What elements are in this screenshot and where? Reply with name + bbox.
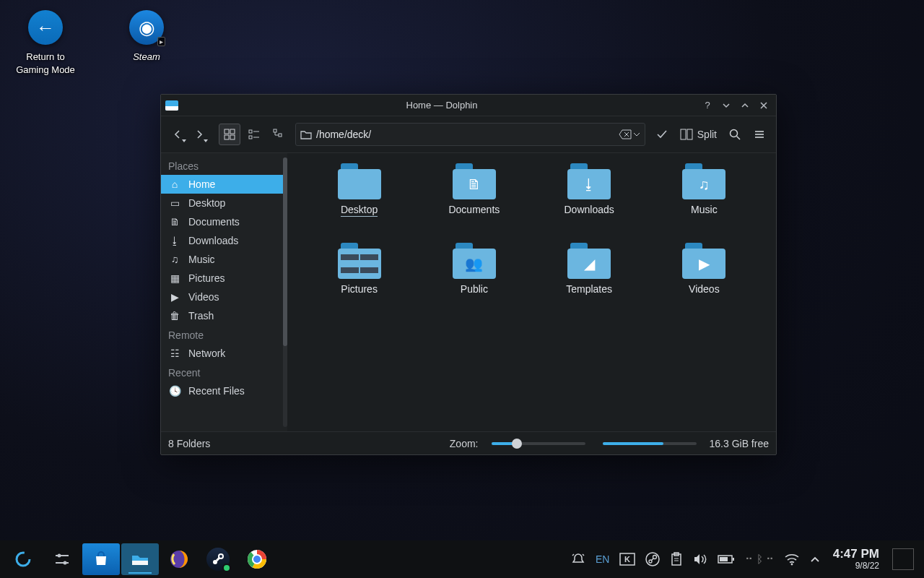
- folder-videos[interactable]: ▶ Videos: [647, 243, 762, 322]
- taskbar-dolphin[interactable]: [121, 543, 159, 575]
- folder-documents[interactable]: 🗎 Documents: [417, 163, 531, 243]
- download-icon: ⭳: [168, 235, 181, 246]
- battery-icon[interactable]: [718, 554, 735, 564]
- svg-rect-3: [230, 135, 235, 139]
- sidebar-item-network[interactable]: ☷Network: [161, 344, 287, 363]
- music-icon: ♫: [168, 254, 181, 265]
- app-icon: [165, 100, 178, 111]
- chrome-icon: [246, 548, 268, 570]
- nav-forward-button[interactable]: [188, 124, 210, 145]
- chevron-up-icon: [741, 101, 749, 110]
- toolbar: Split: [161, 116, 776, 152]
- system-tray: EN K ⠒ ᛒ ⠒: [565, 552, 826, 566]
- folder-icon: [338, 249, 381, 279]
- folder-downloads[interactable]: ⭳ Downloads: [532, 163, 647, 243]
- svg-rect-44: [733, 558, 734, 561]
- desktop-icon-return-gaming[interactable]: ← Return to Gaming Mode: [6, 9, 85, 76]
- view-compact-button[interactable]: [243, 124, 265, 145]
- folder-music[interactable]: ♫ Music: [647, 163, 762, 243]
- sidebar-item-label: Videos: [188, 291, 219, 303]
- titlebar[interactable]: Home — Dolphin ?: [161, 95, 776, 116]
- folder-templates[interactable]: ◢ Templates: [532, 243, 647, 322]
- sidebar-item-label: Desktop: [188, 197, 225, 209]
- folder-label: Pictures: [341, 283, 378, 295]
- sidebar-item-home[interactable]: ⌂Home: [161, 175, 287, 194]
- recent-icon: 🕓: [168, 385, 181, 397]
- minimize-button[interactable]: [718, 98, 734, 113]
- svg-rect-11: [687, 129, 692, 139]
- menu-button[interactable]: [749, 124, 770, 145]
- path-input[interactable]: [316, 129, 614, 140]
- view-icons-button[interactable]: [219, 124, 240, 145]
- svg-line-31: [572, 554, 574, 556]
- address-bar[interactable]: [295, 123, 645, 146]
- folder-pictures[interactable]: Pictures: [302, 243, 417, 322]
- clipboard-icon[interactable]: [670, 552, 683, 566]
- taskbar-firefox[interactable]: [160, 543, 198, 575]
- sidebar-item-downloads[interactable]: ⭳Downloads: [161, 231, 287, 250]
- sliders-icon: [53, 550, 71, 569]
- zoom-slider[interactable]: [492, 442, 585, 445]
- keyboard-layout[interactable]: EN: [596, 553, 609, 565]
- app-launcher[interactable]: [4, 543, 42, 575]
- close-button[interactable]: [756, 98, 772, 113]
- split-view-button[interactable]: Split: [676, 124, 721, 145]
- backspace-icon: [619, 129, 632, 139]
- steam-deck-icon: [14, 550, 32, 569]
- keyboard-icon[interactable]: K: [619, 553, 635, 566]
- svg-rect-2: [225, 135, 229, 139]
- sidebar-item-label: Trash: [188, 310, 214, 322]
- sidebar-item-recent-files[interactable]: 🕓Recent Files: [161, 381, 287, 400]
- sidebar-item-trash[interactable]: 🗑Trash: [161, 306, 287, 325]
- taskbar-steam[interactable]: [199, 543, 237, 575]
- sidebar-item-videos[interactable]: ▶Videos: [161, 288, 287, 306]
- chevron-right-icon: [194, 129, 204, 139]
- taskbar-discover[interactable]: [82, 543, 120, 575]
- item-count: 8 Folders: [168, 438, 210, 449]
- show-desktop-button[interactable]: [892, 548, 914, 570]
- notifications-icon[interactable]: [571, 552, 585, 566]
- sidebar-scrollbar[interactable]: [283, 158, 287, 427]
- svg-rect-10: [681, 129, 686, 139]
- folder-icon: [338, 169, 381, 199]
- sidebar-item-label: Documents: [188, 216, 240, 228]
- sidebar-item-music[interactable]: ♫Music: [161, 250, 287, 269]
- svg-rect-0: [225, 129, 229, 134]
- sidebar-item-label: Downloads: [188, 235, 238, 246]
- view-details-button[interactable]: [268, 124, 289, 145]
- wifi-icon[interactable]: [784, 553, 800, 566]
- desktop-icon-steam[interactable]: ◉ Steam: [107, 9, 186, 76]
- svg-point-37: [649, 560, 652, 563]
- sidebar-item-desktop[interactable]: ▭Desktop: [161, 194, 287, 212]
- sidebar-item-pictures[interactable]: ▦Pictures: [161, 269, 287, 288]
- folder-label: Downloads: [564, 204, 614, 215]
- steam-tray-icon[interactable]: [645, 552, 660, 566]
- hamburger-icon: [754, 129, 765, 140]
- clock-time: 4:47 PM: [833, 547, 879, 561]
- folder-label: Documents: [448, 204, 500, 215]
- help-button[interactable]: ?: [699, 98, 715, 113]
- svg-rect-6: [249, 136, 252, 139]
- volume-icon[interactable]: [693, 553, 707, 566]
- svg-point-46: [790, 564, 793, 566]
- svg-point-12: [731, 130, 738, 137]
- folder-desktop[interactable]: Desktop: [302, 163, 417, 243]
- bluetooth-icon[interactable]: ⠒ ᛒ ⠒: [745, 553, 773, 566]
- maximize-button[interactable]: [737, 98, 753, 113]
- folder-view[interactable]: Desktop 🗎 Documents ⭳ Downloads ♫ Music …: [287, 153, 776, 431]
- sidebar-item-documents[interactable]: 🗎Documents: [161, 212, 287, 231]
- tray-expand-icon[interactable]: [810, 556, 820, 563]
- folder-public[interactable]: 👥 Public: [417, 243, 531, 322]
- taskbar-settings[interactable]: [43, 543, 81, 575]
- clear-path-button[interactable]: [619, 129, 640, 139]
- nav-back-button[interactable]: [167, 124, 188, 145]
- sidebar-item-label: Network: [188, 348, 225, 359]
- compact-icon: [248, 129, 260, 140]
- taskbar: EN K ⠒ ᛒ ⠒ 4:47 PM 9/8/22: [0, 540, 924, 578]
- svg-rect-9: [279, 134, 282, 137]
- chevron-down-icon: [722, 101, 731, 110]
- search-button[interactable]: [724, 124, 746, 145]
- clock[interactable]: 4:47 PM 9/8/22: [827, 547, 885, 571]
- taskbar-chrome[interactable]: [238, 543, 276, 575]
- accept-path-button[interactable]: [651, 124, 673, 145]
